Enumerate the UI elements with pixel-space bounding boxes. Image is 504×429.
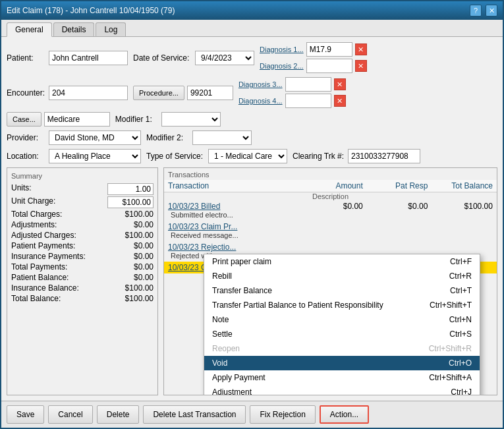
- form-row-3: Case... Modifier 1:: [7, 112, 497, 127]
- table-row: 10/03/23 Claim Pr... Received message...: [164, 221, 497, 241]
- trans-amt-1: $0.00: [298, 202, 363, 211]
- form-row-2: Encounter: Procedure... Diagnosis 3... ✕…: [7, 77, 497, 108]
- patient-input[interactable]: [49, 51, 128, 65]
- diag4-button[interactable]: Diagnosis 4...: [238, 97, 283, 105]
- main-content: Patient: Date of Service: 9/4/2023 Diagn…: [1, 37, 503, 401]
- adjustments-value: $0.00: [107, 220, 154, 229]
- form-row-4: Provider: David Stone, MD Modifier 2:: [7, 130, 497, 145]
- diag2-clear-button[interactable]: ✕: [355, 60, 367, 72]
- unit-charge-label: Unit Charge:: [11, 196, 55, 208]
- diag2-input[interactable]: [306, 59, 352, 73]
- bottom-bar: Save Cancel Delete Delete Last Transacti…: [1, 401, 503, 428]
- tab-details[interactable]: Details: [53, 22, 95, 36]
- total-charges-label: Total Charges:: [11, 210, 62, 219]
- diag3-row: Diagnosis 3... ✕: [238, 77, 346, 92]
- diag1-button[interactable]: Diagnosis 1...: [260, 45, 304, 53]
- menu-apply-payment[interactable]: Apply Payment Ctrl+Shift+A: [204, 370, 480, 385]
- action-button[interactable]: Action...: [320, 405, 369, 424]
- procedure-group: Procedure...: [133, 86, 233, 100]
- patient-payments-row: Patient Payments: $0.00: [11, 241, 154, 251]
- diag3-input[interactable]: [285, 77, 331, 92]
- trans-date-3[interactable]: 10/03/23 Rejectio...: [168, 243, 298, 252]
- patient-balance-row: Patient Balance: $0.00: [11, 272, 154, 283]
- tab-general[interactable]: General: [7, 22, 52, 37]
- tab-log[interactable]: Log: [96, 22, 126, 36]
- context-menu: Print paper claim Ctrl+F Rebill Ctrl+R T…: [204, 254, 480, 395]
- menu-reopen: Reopen Ctrl+Shift+R: [204, 341, 480, 356]
- title-bar: Edit Claim (178) - John Cantrell 10/04/1…: [1, 1, 503, 20]
- dos-label: Date of Service:: [133, 53, 192, 63]
- diag3-clear-button[interactable]: ✕: [334, 78, 346, 90]
- type-of-service-group: Type of Service: 1 - Medical Care: [146, 149, 287, 163]
- diag4-input[interactable]: [285, 94, 331, 108]
- adjustments-label: Adjustments:: [11, 220, 57, 229]
- diag1-clear-button[interactable]: ✕: [355, 43, 367, 55]
- close-button[interactable]: ✕: [486, 5, 497, 16]
- cancel-button[interactable]: Cancel: [48, 405, 92, 424]
- location-select[interactable]: A Healing Place: [49, 149, 141, 163]
- insurance-balance-label: Insurance Balance:: [11, 283, 79, 293]
- tos-select[interactable]: 1 - Medical Care: [208, 149, 287, 163]
- menu-note[interactable]: Note Ctrl+N: [204, 312, 480, 327]
- fix-rejection-button[interactable]: Fix Rejection: [250, 405, 315, 424]
- dos-select[interactable]: 9/4/2023: [195, 51, 254, 65]
- save-button[interactable]: Save: [7, 405, 44, 424]
- main-area: Summary Units: Unit Charge: Total Charge…: [7, 167, 497, 395]
- total-payments-value: $0.00: [107, 262, 154, 272]
- location-group: Location: A Healing Place: [7, 149, 141, 163]
- transactions-title: Transactions: [164, 168, 497, 180]
- units-input[interactable]: [107, 183, 154, 195]
- insurance-payments-row: Insurance Payments: $0.00: [11, 251, 154, 262]
- menu-void[interactable]: Void Ctrl+O: [204, 356, 480, 370]
- encounter-input[interactable]: [49, 86, 128, 100]
- patient-label: Patient:: [7, 53, 46, 63]
- window-title: Edit Claim (178) - John Cantrell 10/04/1…: [7, 6, 175, 15]
- patient-group: Patient:: [7, 51, 128, 65]
- col-tot-balance: Tot Balance: [428, 181, 493, 190]
- menu-print-paper[interactable]: Print paper claim Ctrl+F: [204, 254, 480, 269]
- encounter-group: Encounter:: [7, 86, 128, 100]
- clearing-trk-label: Clearing Trk #:: [293, 152, 345, 161]
- form-row-1: Patient: Date of Service: 9/4/2023 Diagn…: [7, 42, 497, 73]
- menu-adjustment[interactable]: Adjustment Ctrl+J: [204, 385, 480, 395]
- diag1-input[interactable]: [306, 42, 352, 57]
- modifier2-select[interactable]: [192, 130, 252, 145]
- provider-select[interactable]: David Stone, MD: [49, 130, 141, 145]
- trans-date-2[interactable]: 10/03/23 Claim Pr...: [168, 222, 298, 231]
- procedure-button[interactable]: Procedure...: [133, 86, 184, 100]
- modifier2-label: Modifier 2:: [146, 133, 190, 142]
- menu-settle[interactable]: Settle Ctrl+S: [204, 327, 480, 341]
- total-balance-label: Total Balance:: [11, 294, 61, 303]
- menu-rebill[interactable]: Rebill Ctrl+R: [204, 269, 480, 283]
- help-button[interactable]: ?: [470, 5, 482, 16]
- case-button[interactable]: Case...: [7, 112, 42, 127]
- diag4-clear-button[interactable]: ✕: [334, 95, 346, 107]
- trans-desc-header: Description: [164, 192, 497, 200]
- trans-detail-1: Submitted electro...: [168, 211, 298, 219]
- trans-date-1[interactable]: 10/03/23 Billed: [168, 202, 298, 211]
- menu-transfer-balance[interactable]: Transfer Balance Ctrl+T: [204, 283, 480, 298]
- delete-button[interactable]: Delete: [97, 405, 140, 424]
- total-payments-label: Total Payments:: [11, 262, 67, 272]
- transactions-panel: Transactions Transaction Amount Pat Resp…: [163, 167, 497, 395]
- col-description: Description: [312, 192, 349, 200]
- location-label: Location:: [7, 152, 46, 161]
- procedure-input[interactable]: [187, 86, 233, 100]
- total-charges-row: Total Charges: $100.00: [11, 209, 154, 219]
- unit-charge-input[interactable]: [107, 196, 154, 208]
- diag3-button[interactable]: Diagnosis 3...: [238, 80, 283, 88]
- trans-pat-1: $0.00: [363, 202, 428, 211]
- patient-payments-value: $0.00: [107, 241, 154, 250]
- insurance-input[interactable]: [44, 112, 110, 127]
- units-label: Units:: [11, 183, 32, 195]
- insurance-payments-value: $0.00: [107, 252, 154, 261]
- delete-last-transaction-button[interactable]: Delete Last Transaction: [143, 405, 246, 424]
- diag2-button[interactable]: Diagnosis 2...: [260, 62, 304, 70]
- menu-transfer-partial[interactable]: Transfer Partial Balance to Patient Resp…: [204, 298, 480, 312]
- insurance-balance-row: Insurance Balance: $100.00: [11, 283, 154, 293]
- modifier1-label: Modifier 1:: [115, 115, 159, 124]
- patient-balance-value: $0.00: [107, 273, 154, 282]
- units-row: Units:: [11, 183, 154, 196]
- modifier1-select[interactable]: [161, 112, 221, 127]
- clearing-trk-input[interactable]: [348, 149, 420, 163]
